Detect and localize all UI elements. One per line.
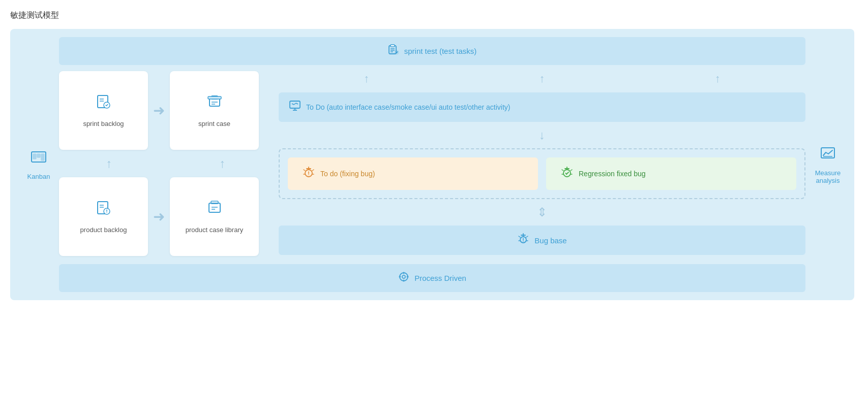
sprint-backlog-label: sprint backlog xyxy=(83,120,124,127)
product-case-library-label: product case library xyxy=(186,226,243,234)
up-arrow-left: ↑ xyxy=(65,156,154,171)
top-arrow-2: ↑ xyxy=(539,72,545,85)
svg-line-60 xyxy=(519,236,520,237)
svg-rect-33 xyxy=(290,101,300,108)
svg-point-67 xyxy=(402,275,405,278)
svg-rect-3 xyxy=(41,154,44,160)
kanban-label: Kanban xyxy=(27,173,50,180)
main-content: sprint test (test tasks) xyxy=(59,37,805,292)
todo-auto-label: To Do (auto interface case/smoke case/ui… xyxy=(306,103,511,111)
measure-icon xyxy=(820,145,836,165)
sprint-test-label: sprint test (test tasks) xyxy=(404,47,477,55)
todo-auto-box: To Do (auto interface case/smoke case/ui… xyxy=(279,92,805,122)
kanban-strip: Kanban xyxy=(18,37,59,292)
sprint-test-icon xyxy=(388,44,399,58)
bug-fixing-section: To do (fixing bug) xyxy=(279,148,805,199)
up-arrow-right: ↑ xyxy=(178,156,267,171)
svg-line-37 xyxy=(294,103,296,105)
svg-line-42 xyxy=(304,170,305,171)
svg-line-52 xyxy=(571,170,572,171)
regression-bug-icon xyxy=(560,166,574,182)
svg-point-9 xyxy=(395,50,399,54)
svg-rect-2 xyxy=(37,154,40,157)
left-boxes: sprint backlog ➜ xyxy=(59,71,273,256)
bug-base-label: Bug base xyxy=(534,236,566,245)
product-row: product backlog ➜ product case l xyxy=(59,177,273,256)
svg-line-38 xyxy=(296,103,298,104)
arrow-sprint-right: ➜ xyxy=(153,102,165,119)
sprint-case-label: sprint case xyxy=(198,120,230,127)
arrow-product-right: ➜ xyxy=(153,208,165,225)
svg-line-51 xyxy=(562,170,563,171)
fixing-bug-box: To do (fixing bug) xyxy=(288,157,538,190)
measure-strip: Measure analysis xyxy=(805,37,846,292)
regression-bug-label: Regression fixed bug xyxy=(579,170,646,178)
regression-bug-box: Regression fixed bug xyxy=(546,157,796,190)
fixing-bug-icon xyxy=(302,166,315,182)
svg-line-61 xyxy=(526,236,528,237)
svg-point-26 xyxy=(106,212,107,213)
svg-line-56 xyxy=(566,172,568,174)
svg-line-36 xyxy=(292,104,294,105)
product-case-library-box: product case library xyxy=(170,177,259,256)
kanban-icon xyxy=(31,149,47,169)
fixing-bug-label: To do (fixing bug) xyxy=(320,170,375,178)
svg-rect-30 xyxy=(211,201,218,204)
sprint-case-icon xyxy=(206,94,223,114)
page-title: 敏捷测试模型 xyxy=(10,10,858,21)
svg-rect-29 xyxy=(209,203,220,212)
sprint-backlog-icon xyxy=(96,94,112,114)
process-driven-icon xyxy=(398,271,409,285)
top-arrow-3: ↑ xyxy=(715,72,721,85)
product-backlog-label: product backlog xyxy=(80,226,127,234)
product-backlog-icon xyxy=(96,200,112,220)
middle-section: sprint backlog ➜ xyxy=(59,71,805,256)
svg-rect-5 xyxy=(391,45,395,47)
process-driven-bar: Process Driven xyxy=(59,264,805,292)
todo-auto-icon xyxy=(289,100,301,115)
up-arrows-row: ↑ ↑ xyxy=(59,156,273,171)
svg-point-65 xyxy=(523,241,524,242)
bug-base-box: Bug base xyxy=(279,226,805,255)
sprint-test-bar: sprint test (test tasks) xyxy=(59,37,805,65)
product-case-library-icon xyxy=(206,200,223,220)
svg-rect-1 xyxy=(33,154,36,159)
process-driven-label: Process Driven xyxy=(414,274,466,282)
svg-point-47 xyxy=(308,174,309,175)
bug-base-icon xyxy=(517,233,529,248)
top-arrow-1: ↑ xyxy=(364,72,369,85)
sprint-row: sprint backlog ➜ xyxy=(59,71,273,150)
svg-rect-20 xyxy=(208,97,221,99)
sprint-backlog-box: sprint backlog xyxy=(59,71,148,150)
outer-container: Kanban sprint test (test tasks) xyxy=(10,29,854,300)
right-panel: ↑ ↑ ↑ xyxy=(279,71,805,256)
updown-arrow: ⇕ xyxy=(279,205,805,219)
svg-line-43 xyxy=(312,170,314,171)
product-backlog-box: product backlog xyxy=(59,177,148,256)
measure-analysis-label: Measure analysis xyxy=(810,169,846,184)
sprint-case-box: sprint case xyxy=(170,71,259,150)
down-arrow: ↓ xyxy=(279,128,805,142)
top-arrows: ↑ ↑ ↑ xyxy=(279,71,805,86)
